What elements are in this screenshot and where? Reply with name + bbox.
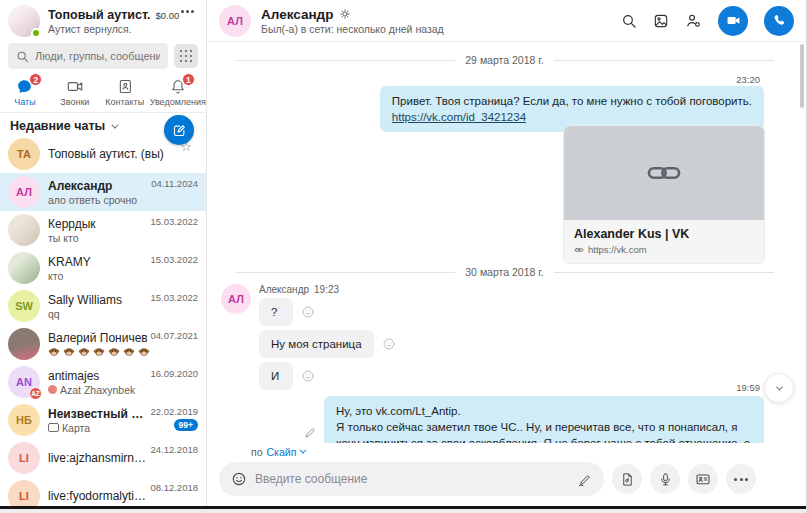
sender-name: Александр [259,284,309,295]
chat-preview: ало ответь срочно [48,194,151,206]
add-reaction-icon[interactable] [382,337,396,351]
message-link[interactable]: https://vk.com/id_3421234 [392,111,526,123]
list-item[interactable]: KRAMY кто 15.03.2022 [0,249,206,287]
list-item[interactable]: НБ Неизвестный бот Карта 22.02.2019 99+ [0,401,206,439]
profile-header[interactable]: Топовый аутист. $0.00 Аутист вернулся. [0,0,206,40]
chat-name: live:ajzhansmirnova18... [48,451,150,465]
avatar: LI [8,442,40,474]
more-options-icon[interactable] [181,10,194,13]
avatar: АЛ [8,176,40,208]
gear-icon[interactable] [339,8,351,20]
voice-message-button[interactable] [650,464,680,494]
tab-contacts[interactable]: Контакты [100,77,150,107]
message-text: Ну, это vk.com/Lt_Antip. [336,403,752,419]
add-people-icon[interactable] [685,12,702,29]
list-item[interactable]: AN AZ antimajes Azat Zhaxynbek 16.09.202… [0,363,206,401]
profile-avatar[interactable] [8,5,40,37]
tab-notifications-label: Уведомления [150,97,206,107]
list-item-selected[interactable]: АЛ Александр ало ответь срочно 04.11.202… [0,173,206,211]
voice-call-button[interactable] [764,6,794,36]
message-timestamp: 19:23 [314,284,339,295]
more-composer-options-icon[interactable] [726,464,756,494]
tab-chats[interactable]: 2 Чаты [0,77,50,107]
link-icon [645,154,683,192]
chat-preview: Карта [48,422,150,434]
chat-name: Неизвестный бот [48,407,150,421]
video-camera-icon [66,78,84,95]
chat-date: 04.11.2024 [151,178,198,189]
video-call-button[interactable] [718,6,748,36]
link-icon-small [574,245,584,255]
conversation-title[interactable]: Александр [261,7,333,22]
chat-name: Валерий Поничев [48,331,150,345]
chat-date: 15.03.2022 [150,292,198,303]
tab-chats-label: Чаты [14,97,35,107]
send-via-row: по Скайп [207,443,806,460]
scrollbar-thumb[interactable] [800,44,804,108]
edit-pencil-icon[interactable] [304,426,317,439]
search-input[interactable] [35,50,160,62]
avatar-photo [8,214,40,246]
message-input[interactable] [255,472,569,486]
contacts-book-icon [117,78,133,95]
window-bottom-gap [0,509,806,513]
message-history[interactable]: 29 марта 2018 г. 23:20 Привет. Твоя стра… [207,42,806,443]
scroll-to-bottom-button[interactable] [764,373,794,403]
chat-date: 16.09.2020 [150,368,198,379]
list-item[interactable]: Валерий Поничев 04.07.2021 [0,325,206,363]
dialpad-icon[interactable] [174,44,198,68]
sender-avatar[interactable]: АЛ [221,284,251,314]
incoming-message-group: АЛ Александр 19:23 ? Ну моя страница [221,284,396,394]
chat-name: Керрдык [48,217,150,231]
chats-badge: 2 [29,73,42,86]
list-item[interactable]: SW Sally Williams qq 15.03.2022 [0,287,206,325]
search-box[interactable] [8,43,168,69]
list-item[interactable]: LI live:ajzhansmirnova18... 24.12.2018 [0,439,206,477]
incoming-message[interactable]: ? [259,298,293,326]
chat-preview: qq [48,308,150,320]
list-item[interactable]: Керрдык ты кто 15.03.2022 [0,211,206,249]
skype-credit-balance: $0.00 [156,10,180,21]
compose-icon [172,123,187,138]
tab-calls[interactable]: Звонки [50,77,100,107]
chat-date: 15.03.2022 [150,254,198,265]
notifications-badge: 1 [182,73,195,86]
tab-calls-label: Звонки [60,97,89,107]
unread-count-badge: 99+ [174,419,198,431]
chat-name: Александр [48,179,151,193]
monkey-emoji [108,346,120,358]
emoji-picker-icon[interactable] [231,471,247,487]
link-preview-card[interactable]: ⋮ Alexander Kus | VK https://vk.com [564,126,764,263]
list-item[interactable]: LI live:fyodormalytin200... 08.12.2018 [0,477,206,506]
recent-chats-header: Недавние чаты [0,113,206,135]
add-reaction-icon[interactable] [301,305,315,319]
avatar: ТА [8,138,40,170]
message-input-pill[interactable] [219,462,604,496]
conversation-pane: АЛ Александр Был(-а) в сети: несколько д… [207,0,806,506]
contact-card-button[interactable] [688,464,718,494]
new-chat-button[interactable] [164,115,194,145]
incoming-message[interactable]: Ну моя страница [259,330,374,358]
recent-chats-title[interactable]: Недавние чаты [10,119,116,133]
outgoing-message[interactable]: Ну, это vk.com/Lt_Antip. Я только сейчас… [324,396,764,443]
sketch-pen-icon[interactable] [577,472,592,487]
composer-bar [207,460,806,506]
search-conversation-icon[interactable] [621,13,637,29]
incoming-message[interactable]: И [259,362,293,390]
conversation-avatar[interactable]: АЛ [219,5,251,37]
monkey-emoji [78,346,90,358]
chat-date: 15.03.2022 [150,216,198,227]
tab-notifications[interactable]: 1 Уведомления [150,77,206,107]
monkey-emoji [123,346,135,358]
profile-name: Топовый аутист. [48,8,151,22]
chat-name: antimajes [48,369,150,383]
send-file-button[interactable] [612,464,642,494]
group-member-badge: AZ [29,387,42,400]
gallery-icon[interactable] [653,13,669,29]
add-reaction-icon[interactable] [301,369,315,383]
monkey-emoji [48,346,60,358]
monkey-emoji [93,346,105,358]
tab-contacts-label: Контакты [105,97,144,107]
link-preview-url[interactable]: https://vk.com [588,244,647,255]
via-channel-selector[interactable]: Скайп [267,446,305,458]
